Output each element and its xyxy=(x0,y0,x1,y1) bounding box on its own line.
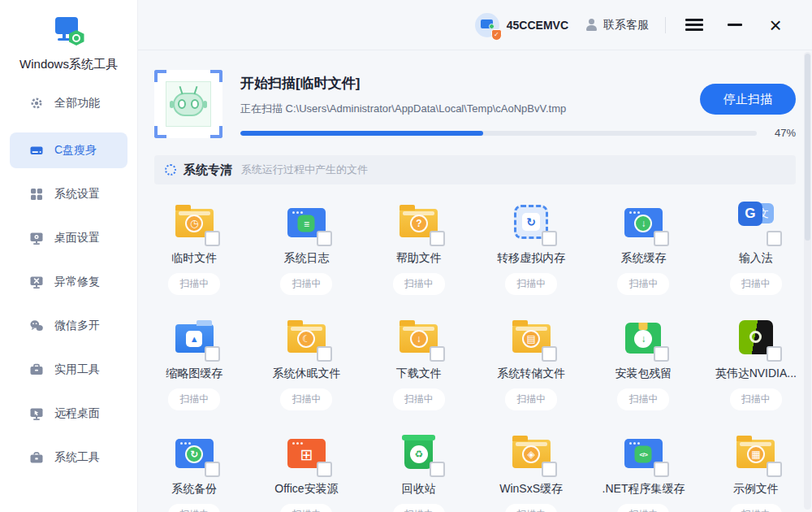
contact-support-button[interactable]: 联系客服 xyxy=(585,18,649,33)
scan-item[interactable]: ↻转移虚拟内存扫描中 xyxy=(475,199,587,295)
item-checkbox[interactable] xyxy=(654,346,669,362)
scan-item[interactable]: 英伟达NVIDIA...扫描中 xyxy=(700,315,812,410)
app-logo-icon xyxy=(52,16,86,47)
app-title: Windows系统工具 xyxy=(0,57,137,72)
item-label: 转移虚拟内存 xyxy=(497,251,565,266)
sidebar-item-9[interactable]: 系统工具 xyxy=(10,440,127,475)
sidebar-item-label: 微信多开 xyxy=(54,319,100,333)
scan-item[interactable]: ⊞Office安装源扫描中 xyxy=(250,430,362,512)
sidebar-item-3[interactable]: 系统设置 xyxy=(10,176,127,212)
sidebar-item-label: 系统设置 xyxy=(54,187,100,202)
sidebar-item-label: 全部功能 xyxy=(54,96,100,111)
scrollbar[interactable] xyxy=(804,52,811,510)
progress-row: 47% xyxy=(240,127,796,139)
scan-item[interactable]: ▤系统转储文件扫描中 xyxy=(475,315,587,410)
item-checkbox[interactable] xyxy=(430,231,445,246)
item-status-badge: 扫描中 xyxy=(393,273,445,295)
item-status-badge: 扫描中 xyxy=(168,273,220,295)
sidebar-menu: 全部功能C盘瘦身系统设置桌面设置异常修复微信多开实用工具远程桌面系统工具 xyxy=(0,85,137,475)
sidebar-item-8[interactable]: 远程桌面 xyxy=(10,396,127,432)
item-status-badge: 扫描中 xyxy=(730,273,782,295)
scan-item[interactable]: ◈WinSxS缓存扫描中 xyxy=(475,430,587,512)
item-label: 系统转储文件 xyxy=(497,367,565,381)
item-label: 下载文件 xyxy=(396,367,442,381)
item-checkbox[interactable] xyxy=(430,462,445,477)
toolbox-icon xyxy=(29,362,44,377)
item-label: 临时文件 xyxy=(171,251,217,266)
item-checkbox[interactable] xyxy=(542,231,557,246)
item-status-badge: 扫描中 xyxy=(393,504,445,512)
section-header: 系统专清 系统运行过程中产生的文件 xyxy=(154,155,796,184)
sidebar-item-label: 桌面设置 xyxy=(54,231,100,245)
progress-fill xyxy=(240,131,483,136)
scan-items-grid: ◷临时文件扫描中≡系统日志扫描中?帮助文件扫描中↻转移虚拟内存扫描中↓系统缓存扫… xyxy=(138,199,812,512)
stop-scan-button[interactable]: 停止扫描 xyxy=(700,84,796,115)
item-label: 回收站 xyxy=(402,482,436,497)
spinner-icon xyxy=(165,164,176,176)
section-subtitle: 系统运行过程中产生的文件 xyxy=(241,163,368,177)
item-checkbox[interactable] xyxy=(317,462,332,477)
scrollbar-thumb[interactable] xyxy=(805,54,810,241)
sidebar-item-1[interactable]: 全部功能 xyxy=(10,85,127,121)
scan-item[interactable]: ◷临时文件扫描中 xyxy=(138,199,250,295)
item-checkbox[interactable] xyxy=(542,462,557,477)
item-status-badge: 扫描中 xyxy=(505,273,557,295)
item-checkbox[interactable] xyxy=(542,346,557,362)
item-checkbox[interactable] xyxy=(205,462,220,477)
item-status-badge: 扫描中 xyxy=(505,504,557,512)
scan-item[interactable]: ?帮助文件扫描中 xyxy=(363,199,475,295)
scan-item[interactable]: ≡系统日志扫描中 xyxy=(250,199,362,295)
item-checkbox[interactable] xyxy=(654,231,669,246)
scan-item[interactable]: ↓系统缓存扫描中 xyxy=(587,199,699,295)
sidebar-item-4[interactable]: 桌面设置 xyxy=(10,220,127,256)
item-checkbox[interactable] xyxy=(767,462,782,477)
minimize-icon xyxy=(728,24,742,26)
item-checkbox[interactable] xyxy=(205,231,220,246)
item-status-badge: 扫描中 xyxy=(505,388,557,410)
sidebar-item-2[interactable]: C盘瘦身 xyxy=(10,132,127,168)
item-checkbox[interactable] xyxy=(430,346,445,362)
titlebar: ✓ 45CCEMVC 联系客服 × xyxy=(138,0,812,50)
scan-item[interactable]: ▲缩略图缓存扫描中 xyxy=(138,315,250,410)
item-label: 英伟达NVIDIA... xyxy=(715,367,797,381)
scan-item[interactable]: </>.NET程序集缓存扫描中 xyxy=(587,430,699,512)
sidebar-item-6[interactable]: 微信多开 xyxy=(10,308,127,344)
sidebar-item-5[interactable]: 异常修复 xyxy=(10,264,127,300)
account-button[interactable]: ✓ 45CCEMVC xyxy=(475,13,568,37)
menu-button[interactable] xyxy=(682,13,706,37)
item-checkbox[interactable] xyxy=(654,462,669,477)
desktop-gear-icon xyxy=(29,231,44,245)
scan-item[interactable]: ▦示例文件扫描中 xyxy=(700,430,812,512)
item-label: .NET程序集缓存 xyxy=(603,482,685,497)
item-label: 示例文件 xyxy=(733,482,779,497)
item-checkbox[interactable] xyxy=(317,231,332,246)
scan-item[interactable]: ↓下载文件扫描中 xyxy=(363,315,475,410)
remote-desktop-icon xyxy=(29,406,44,421)
hamburger-icon xyxy=(685,19,703,31)
scan-item[interactable]: ↓安装包残留扫描中 xyxy=(587,315,699,410)
scan-item[interactable]: 文G输入法扫描中 xyxy=(700,199,812,295)
minimize-button[interactable] xyxy=(723,13,747,37)
item-label: 输入法 xyxy=(739,251,773,266)
person-icon xyxy=(585,19,598,31)
scan-item[interactable]: ☾系统休眠文件扫描中 xyxy=(250,315,362,410)
sidebar-item-label: 远程桌面 xyxy=(54,406,100,421)
sidebar-item-label: 实用工具 xyxy=(54,362,100,377)
sidebar-item-7[interactable]: 实用工具 xyxy=(10,352,127,388)
sidebar-item-label: 系统工具 xyxy=(54,450,100,465)
scan-item[interactable]: ↻系统备份扫描中 xyxy=(138,430,250,512)
gear-icon xyxy=(29,96,44,111)
avatar-status-dot xyxy=(489,24,495,29)
item-checkbox[interactable] xyxy=(767,346,782,362)
item-checkbox[interactable] xyxy=(205,346,220,362)
main-area: ✓ 45CCEMVC 联系客服 × xyxy=(138,0,812,512)
close-button[interactable]: × xyxy=(763,13,788,37)
item-label: 系统休眠文件 xyxy=(272,367,340,381)
item-label: 帮助文件 xyxy=(396,251,442,266)
item-checkbox[interactable] xyxy=(767,231,782,246)
scan-header: 开始扫描[临时文件] 正在扫描 C:\Users\Administrator\A… xyxy=(154,70,796,139)
item-checkbox[interactable] xyxy=(317,346,332,362)
username: 45CCEMVC xyxy=(507,19,568,32)
item-label: 缩略图缓存 xyxy=(166,367,222,381)
scan-item[interactable]: ♻回收站扫描中 xyxy=(363,430,475,512)
